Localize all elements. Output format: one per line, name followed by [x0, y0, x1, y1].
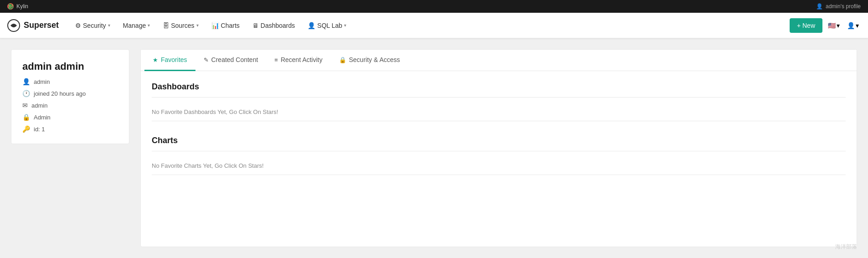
language-selector[interactable]: 🇺🇸 ▾: [826, 20, 842, 31]
tab-created-content[interactable]: ✎ Created Content: [195, 50, 267, 71]
profile-email-row: ✉ admin: [22, 102, 118, 109]
tab-favorites-label: Favorites: [161, 56, 187, 63]
nav-items: ⚙ Security ▾ Manage ▾ 🗄 Sources ▾ 📊 Char…: [70, 18, 790, 33]
sources-nav-icon: 🗄: [163, 22, 169, 29]
clock-icon: 🕐: [22, 90, 30, 97]
flag-icon: 🇺🇸: [828, 22, 836, 29]
profile-info: 👤 admin 🕐 joined 20 hours ago ✉ admin 🔒 …: [22, 78, 118, 133]
navbar: Superset ⚙ Security ▾ Manage ▾ 🗄 Sources…: [0, 13, 868, 38]
envelope-icon: ✉: [22, 102, 28, 109]
superset-logo-icon: [7, 19, 20, 32]
nav-item-security[interactable]: ⚙ Security ▾: [70, 18, 116, 33]
nav-item-manage[interactable]: Manage ▾: [118, 18, 156, 33]
charts-section: Charts No Favorite Charts Yet, Go Click …: [152, 136, 846, 175]
flag-chevron-icon: ▾: [837, 22, 840, 29]
profile-id: id: 1: [34, 126, 45, 133]
charts-section-title: Charts: [152, 136, 846, 151]
top-bar-left: 🐉 Kylin: [7, 3, 28, 10]
charts-nav-icon: 📊: [211, 22, 219, 29]
sqllab-nav-label: SQL Lab: [317, 22, 342, 29]
page-content: admin admin 👤 admin 🕐 joined 20 hours ag…: [0, 38, 868, 258]
tab-security-access-label: Security & Access: [349, 56, 400, 63]
user-chevron-icon: ▾: [856, 22, 859, 29]
profile-joined: joined 20 hours ago: [34, 90, 86, 97]
security-nav-label: Security: [83, 22, 106, 29]
profile-username: admin: [34, 78, 50, 85]
profile-role-row: 🔒 Admin: [22, 114, 118, 121]
user-icon: 👤: [816, 3, 823, 10]
security-nav-icon: ⚙: [75, 22, 81, 29]
brand-name: Superset: [24, 21, 59, 30]
security-chevron-icon: ▾: [108, 23, 110, 28]
dashboards-nav-icon: 🖥: [252, 22, 259, 29]
lock-icon: 🔒: [22, 114, 30, 121]
nav-item-dashboards[interactable]: 🖥 Dashboards: [247, 18, 301, 33]
top-bar: 🐉 Kylin 👤 admin's profile: [0, 0, 868, 13]
profile-link[interactable]: admin's profile: [826, 3, 861, 10]
dashboards-empty-message: No Favorite Dashboards Yet, Go Click On …: [152, 103, 846, 121]
manage-nav-label: Manage: [123, 22, 146, 29]
user-avatar-icon: 👤: [847, 22, 855, 29]
list-icon: ≡: [274, 57, 278, 63]
profile-username-row: 👤 admin: [22, 78, 118, 85]
tab-security-access[interactable]: 🔒 Security & Access: [331, 50, 408, 71]
dashboards-section: Dashboards No Favorite Dashboards Yet, G…: [152, 82, 846, 121]
app-name-label: Kylin: [16, 3, 28, 10]
sources-chevron-icon: ▾: [196, 23, 199, 28]
pencil-icon: ✎: [204, 57, 209, 63]
sqllab-nav-icon: 👤: [308, 22, 315, 29]
profile-email: admin: [31, 102, 47, 109]
dashboards-section-title: Dashboards: [152, 82, 846, 98]
top-bar-right[interactable]: 👤 admin's profile: [816, 3, 861, 10]
nav-right: + New 🇺🇸 ▾ 👤 ▾: [790, 18, 861, 33]
key-icon: 🔑: [22, 125, 30, 133]
charts-nav-label: Charts: [221, 22, 240, 29]
dashboards-nav-label: Dashboards: [261, 22, 295, 29]
brand-logo[interactable]: Superset: [7, 19, 59, 32]
charts-empty-message: No Favorite Charts Yet, Go Click On Star…: [152, 157, 846, 175]
profile-full-name: admin admin: [22, 61, 118, 72]
profile-card: admin admin 👤 admin 🕐 joined 20 hours ag…: [11, 49, 129, 144]
kylin-logo-icon: 🐉: [7, 3, 14, 10]
user-menu[interactable]: 👤 ▾: [845, 20, 861, 31]
user-circle-icon: 👤: [22, 78, 30, 85]
tab-recent-activity-label: Recent Activity: [281, 56, 323, 63]
new-button[interactable]: + New: [790, 18, 822, 33]
nav-item-sqllab[interactable]: 👤 SQL Lab ▾: [302, 18, 352, 33]
star-icon: ★: [153, 57, 158, 63]
sqllab-chevron-icon: ▾: [344, 23, 346, 28]
tab-favorites[interactable]: ★ Favorites: [144, 50, 195, 71]
new-button-label: + New: [797, 22, 815, 29]
tabs: ★ Favorites ✎ Created Content ≡ Recent A…: [141, 50, 857, 71]
sources-nav-label: Sources: [171, 22, 194, 29]
manage-chevron-icon: ▾: [148, 23, 150, 28]
tab-created-content-label: Created Content: [211, 56, 258, 63]
main-panel: ★ Favorites ✎ Created Content ≡ Recent A…: [140, 49, 857, 247]
favorites-content: Dashboards No Favorite Dashboards Yet, G…: [141, 71, 857, 201]
profile-joined-row: 🕐 joined 20 hours ago: [22, 90, 118, 97]
tab-recent-activity[interactable]: ≡ Recent Activity: [266, 50, 330, 71]
nav-item-charts[interactable]: 📊 Charts: [206, 18, 245, 33]
shield-icon: 🔒: [339, 57, 346, 63]
profile-role: Admin: [34, 114, 51, 121]
nav-item-sources[interactable]: 🗄 Sources ▾: [157, 18, 204, 33]
profile-id-row: 🔑 id: 1: [22, 125, 118, 133]
